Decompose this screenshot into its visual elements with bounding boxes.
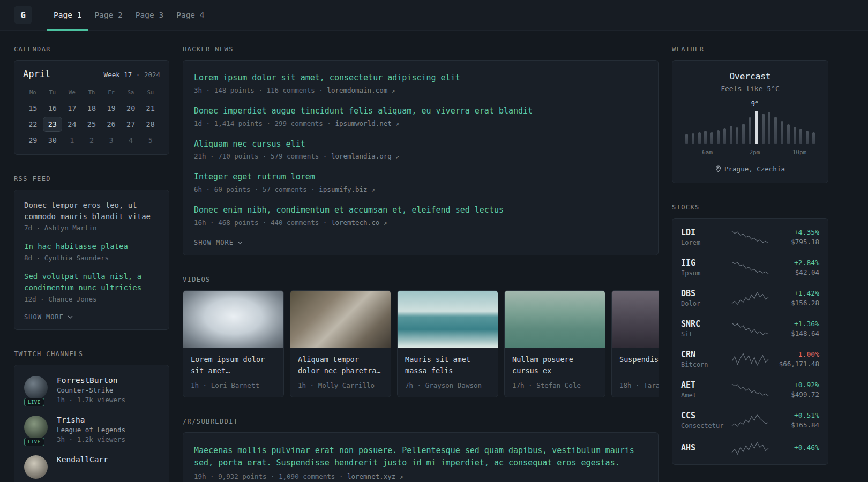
rss-item-title[interactable]: Sed volutpat nulla nisl, a condimentum n…	[24, 271, 159, 293]
calendar-day: 27	[121, 117, 141, 132]
external-link-icon: ↗	[395, 120, 399, 127]
stock-id: IIG Ipsum	[681, 258, 731, 277]
weekday-label: Mo	[23, 86, 43, 100]
page-tabs: Page 1 Page 2 Page 3 Page 4	[47, 0, 211, 30]
channel-category[interactable]: League of Legends	[57, 426, 125, 434]
video-title[interactable]: Suspendisse diam	[619, 354, 659, 376]
stock-change: +4.35%	[769, 228, 819, 236]
calendar-day: 21	[140, 101, 160, 116]
video-title[interactable]: Aliquam tempor dolor nec pharetra…	[298, 354, 383, 376]
video-card[interactable]: Mauris sit amet massa felis 7h · Grayson…	[397, 290, 498, 397]
weather-condition: Overcast	[682, 71, 818, 81]
video-card[interactable]: Nullam posuere cursus ex 17h · Stefan Co…	[504, 290, 605, 397]
rss-item-title[interactable]: Donec tempor eros leo, ut commodo mauris…	[24, 200, 159, 222]
channel-category[interactable]: Counter-Strike	[57, 386, 125, 394]
stock-id: CRN Bitcorn	[681, 350, 731, 368]
channel-name[interactable]: KendallCarr	[57, 455, 108, 464]
twitch-channel[interactable]: LIVE ForrestBurton Counter-Strike 1h · 1…	[24, 376, 159, 404]
app-logo[interactable]: G	[14, 6, 32, 24]
external-link-icon: ↗	[371, 186, 375, 193]
video-card[interactable]: Lorem ipsum dolor sit amet consectetu… 1…	[183, 290, 284, 397]
stock-values: -1.00% $66,171.48	[769, 350, 819, 368]
tab-page-1[interactable]: Page 1	[47, 1, 88, 31]
weather-bar	[685, 134, 688, 144]
hn-show-more-label: SHOW MORE	[194, 239, 234, 246]
stock-row[interactable]: IIG Ipsum +2.84% $42.04	[681, 252, 819, 283]
video-thumbnail[interactable]	[505, 291, 605, 348]
rss-item-title[interactable]: In hac habitasse platea	[24, 241, 159, 252]
calendar-header: April Week 17 · 2024	[23, 69, 160, 79]
hn-item-meta: 3h · 148 points · 116 comments · loremdo…	[194, 86, 647, 94]
rss-item-meta: 8d · Cynthia Saunders	[24, 254, 159, 262]
weather-bar	[755, 111, 758, 144]
rss-widget: Donec tempor eros leo, ut commodo mauris…	[14, 190, 169, 330]
live-badge: LIVE	[24, 438, 44, 446]
twitch-channel[interactable]: LIVE Trisha League of Legends 3h · 1.2k …	[24, 416, 159, 443]
stock-row[interactable]: AHS +0.46%	[681, 435, 819, 461]
calendar-separator: ·	[136, 71, 140, 79]
hn-item-title[interactable]: Aliquam nec cursus elit	[194, 139, 647, 150]
stock-name: Bitcorn	[681, 361, 731, 368]
hn-show-more-button[interactable]: SHOW MORE	[194, 239, 243, 246]
stock-row[interactable]: CRN Bitcorn -1.00% $66,171.48	[681, 344, 819, 374]
twitch-section: TWITCH CHANNELS LIVE ForrestBurton Count…	[14, 350, 169, 482]
hn-item-meta: 21h · 710 points · 579 comments · loreml…	[194, 152, 647, 160]
weather-hour-label: 6am	[702, 149, 713, 156]
subreddit-post-title[interactable]: Maecenas mollis pulvinar erat non posuer…	[194, 445, 647, 470]
hn-domain-link[interactable]: loremlandia.org	[331, 152, 392, 160]
video-thumbnail[interactable]	[290, 291, 391, 348]
hn-domain-link[interactable]: loremtech.co	[331, 219, 379, 227]
weather-bar	[806, 131, 809, 144]
video-title[interactable]: Lorem ipsum dolor sit amet consectetu…	[191, 354, 276, 376]
tab-page-2[interactable]: Page 2	[88, 1, 129, 31]
tab-page-4[interactable]: Page 4	[170, 1, 211, 31]
stock-values: +0.46%	[769, 443, 819, 453]
hn-item-title[interactable]: Donec imperdiet augue tincidunt felis al…	[194, 106, 647, 117]
calendar-day: 25	[82, 117, 102, 132]
stock-symbol: LDI	[681, 228, 731, 237]
weather-location-text: Prague, Czechia	[724, 165, 785, 173]
weather-bar	[794, 127, 796, 144]
video-meta: 1h · Lori Barnett	[191, 381, 276, 389]
hn-item-title[interactable]: Lorem ipsum dolor sit amet, consectetur …	[194, 72, 647, 84]
stock-values: +1.42% $156.28	[769, 289, 819, 307]
channel-name[interactable]: ForrestBurton	[57, 376, 125, 385]
twitch-channel[interactable]: KendallCarr	[24, 455, 159, 479]
channel-avatar	[24, 455, 48, 479]
video-title[interactable]: Nullam posuere cursus ex	[512, 354, 597, 376]
hn-item-title[interactable]: Integer eget rutrum lorem	[194, 171, 647, 183]
weather-section: WEATHER Overcast Feels like 5°C 9° 6am 2…	[672, 46, 828, 183]
video-thumbnail[interactable]	[398, 291, 498, 348]
hn-domain-link[interactable]: ipsumworld.net	[335, 119, 391, 127]
hn-item-title[interactable]: Donec enim nibh, condimentum et accumsan…	[194, 205, 647, 216]
weather-bar	[692, 133, 694, 144]
video-thumbnail[interactable]	[183, 291, 283, 348]
stock-row[interactable]: SNRC Sit +1.36% $148.64	[681, 313, 819, 344]
hn-domain-link[interactable]: ipsumify.biz	[319, 185, 367, 193]
stock-row[interactable]: DBS Dolor +1.42% $156.28	[681, 283, 819, 313]
hacker-news-section-label: HACKER NEWS	[183, 46, 659, 53]
stock-row[interactable]: AET Amet +0.92% $499.72	[681, 374, 819, 405]
video-card[interactable]: Aliquam tempor dolor nec pharetra… 1h · …	[290, 290, 391, 397]
stock-row[interactable]: CCS Consectetur +0.51% $165.84	[681, 405, 819, 435]
stock-price: $165.84	[769, 421, 819, 429]
hn-item: Donec imperdiet augue tincidunt felis al…	[194, 106, 647, 127]
subreddit-domain-link[interactable]: loremnet.xyz	[347, 472, 395, 480]
stock-id: AET Amet	[681, 380, 731, 399]
channel-name[interactable]: Trisha	[57, 416, 125, 424]
hn-domain-link[interactable]: loremdomain.com	[327, 86, 387, 94]
tab-page-3[interactable]: Page 3	[129, 1, 170, 31]
stock-sparkline	[731, 261, 769, 275]
calendar-day: 30	[43, 133, 63, 148]
calendar-day: 24	[62, 117, 82, 132]
video-card[interactable]: Suspendisse diam 18h · Tara	[611, 290, 659, 397]
weather-bar	[723, 128, 726, 144]
weather-hours: 6am 2pm 10pm	[685, 149, 815, 157]
video-body: Aliquam tempor dolor nec pharetra… 1h · …	[290, 348, 391, 397]
video-thumbnail[interactable]	[612, 291, 659, 348]
stock-symbol: SNRC	[681, 319, 731, 329]
video-title[interactable]: Mauris sit amet massa felis	[405, 354, 490, 376]
stock-symbol: AET	[681, 380, 731, 390]
stock-row[interactable]: LDI Lorem +4.35% $795.18	[681, 222, 819, 252]
rss-show-more-button[interactable]: SHOW MORE	[24, 313, 73, 321]
